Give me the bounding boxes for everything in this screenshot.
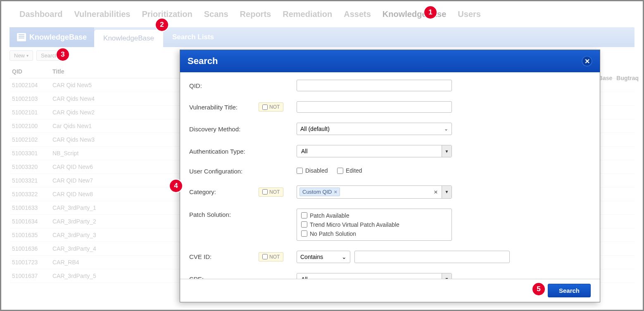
cell-title: CAR_RB4 [52, 259, 79, 266]
clear-icon[interactable]: × [430, 188, 442, 195]
cell-title: CAR Qids New2 [52, 109, 95, 116]
cve-input[interactable] [354, 251, 510, 263]
auth-label: Authentication Type: [189, 148, 259, 155]
new-button[interactable]: New ▾ [10, 50, 33, 61]
cell-title: CAR Qid New5 [52, 82, 92, 88]
cell-qid: 51003301 [12, 150, 44, 157]
qid-input[interactable] [297, 80, 452, 91]
nav-dashboard[interactable]: Dashboard [19, 9, 62, 19]
cell-title: CAR Qids New4 [52, 95, 95, 102]
qid-label: QID: [189, 82, 259, 89]
edited-checkbox[interactable]: Edited [337, 167, 362, 174]
cell-title: CAR_3rdParty_2 [52, 218, 96, 225]
auth-select[interactable]: All ▼ [297, 145, 452, 157]
sub-header: KnowledgeBase KnowledgeBaseSearch Lists [10, 27, 634, 47]
cell-title: CAR QID New6 [52, 164, 93, 170]
discovery-select[interactable]: All (default) ⌄ [297, 123, 452, 135]
cell-title: CAR_3rdParty_3 [52, 232, 96, 238]
nav-remediation[interactable]: Remediation [283, 9, 332, 19]
tab-knowledgebase[interactable]: KnowledgeBase [94, 30, 163, 47]
nav-assets[interactable]: Assets [344, 9, 371, 19]
cell-title: CAR_3rdParty_5 [52, 273, 96, 279]
cell-qid: 51001633 [12, 204, 44, 211]
cell-title: NB_Script [52, 150, 78, 157]
chevron-down-icon: ⌄ [444, 126, 448, 132]
patch-option[interactable]: Patch Available [301, 212, 447, 219]
not-toggle-category[interactable]: NOT [259, 188, 283, 197]
nav-users[interactable]: Users [458, 9, 481, 19]
cell-qid: 51001634 [12, 218, 44, 225]
not-toggle-cve[interactable]: NOT [259, 252, 283, 261]
col-qid: QID [12, 68, 44, 75]
nav-vulnerabilities[interactable]: Vulnerabilities [74, 9, 130, 19]
cell-title: Car Qids New1 [52, 123, 92, 129]
disabled-checkbox[interactable]: Disabled [297, 167, 328, 174]
nav-prioritization[interactable]: Prioritization [142, 9, 192, 19]
not-toggle-title[interactable]: NOT [259, 102, 283, 112]
annotation-2: 2 [156, 19, 168, 31]
cell-title: CAR Qids New3 [52, 136, 95, 143]
remove-chip-icon[interactable]: × [334, 189, 337, 195]
book-icon [17, 33, 26, 41]
auth-value: All [297, 148, 442, 154]
col-bugtraq: Bugtraq [616, 75, 639, 81]
new-label: New [14, 52, 25, 59]
usercfg-label: User Configuration: [189, 168, 259, 175]
cell-qid: 51001636 [12, 245, 44, 252]
close-icon[interactable]: ✕ [582, 56, 592, 66]
top-nav: DashboardVulnerabilitiesPrioritizationSc… [1, 1, 643, 27]
search-modal: Search ✕ QID: Vulnerability Title: NOT D… [180, 50, 600, 302]
cell-qid: 51001723 [12, 259, 44, 266]
patch-option[interactable]: Trend Micro Virtual Patch Available [301, 221, 447, 228]
cell-qid: 51003321 [12, 177, 44, 184]
cve-label: CVE ID: [189, 253, 259, 260]
col-base: Base [599, 75, 612, 81]
vuln-title-input[interactable] [297, 101, 452, 113]
cell-qid: 51002101 [12, 109, 44, 116]
annotation-5: 5 [532, 283, 545, 295]
nav-knowledgebase[interactable]: KnowledgeBase [383, 9, 446, 19]
cell-qid: 51001635 [12, 232, 44, 238]
modal-body: QID: Vulnerability Title: NOT Discovery … [180, 72, 600, 279]
cpe-value: All [297, 276, 442, 279]
cell-qid: 51002102 [12, 136, 44, 143]
nav-scans[interactable]: Scans [204, 9, 228, 19]
nav-reports[interactable]: Reports [240, 9, 271, 19]
vuln-title-label: Vulnerability Title: [189, 104, 259, 111]
annotation-3: 3 [57, 48, 69, 61]
cell-title: CAR QID New7 [52, 177, 93, 184]
patch-option[interactable]: No Patch Solution [301, 230, 447, 237]
chevron-down-icon: ▼ [442, 145, 452, 157]
patch-box: Patch AvailableTrend Micro Virtual Patch… [297, 209, 452, 241]
chevron-down-icon: ▼ [442, 186, 452, 198]
table-header-right: Base Bugtraq [599, 75, 639, 81]
search-submit-button[interactable]: Search [548, 284, 591, 297]
search-label: Search [41, 52, 58, 59]
cve-mode-select[interactable]: Contains ⌄ [297, 251, 350, 263]
cell-qid: 51001637 [12, 273, 44, 279]
category-chip[interactable]: Custom QID × [299, 188, 340, 196]
cell-qid: 51003322 [12, 191, 44, 197]
annotation-4: 4 [170, 180, 182, 192]
cell-qid: 51002104 [12, 82, 44, 88]
chevron-down-icon: ▼ [442, 273, 452, 279]
chevron-down-icon: ⌄ [342, 254, 347, 260]
category-select[interactable]: Custom QID × × ▼ [297, 185, 452, 199]
cell-qid: 51002103 [12, 95, 44, 102]
discovery-label: Discovery Method: [189, 126, 259, 133]
cpe-select[interactable]: All ▼ [297, 273, 452, 279]
category-label: Category: [189, 188, 259, 195]
cell-title: CAR_3rdParty_1 [52, 204, 96, 211]
cell-title: CAR_3rdParty_4 [52, 245, 96, 252]
discovery-value: All (default) [300, 126, 330, 132]
module-title: KnowledgeBase [10, 27, 94, 47]
patch-label: Patch Solution: [189, 209, 259, 218]
chevron-down-icon: ▾ [26, 53, 29, 58]
cell-qid: 51003320 [12, 164, 44, 170]
col-title: Title [52, 68, 176, 75]
cell-qid: 51002100 [12, 123, 44, 129]
modal-title: Search [188, 56, 218, 66]
module-label: KnowledgeBase [29, 33, 87, 42]
cell-title: CAR QID New8 [52, 191, 93, 197]
tab-search-lists[interactable]: Search Lists [163, 27, 223, 47]
